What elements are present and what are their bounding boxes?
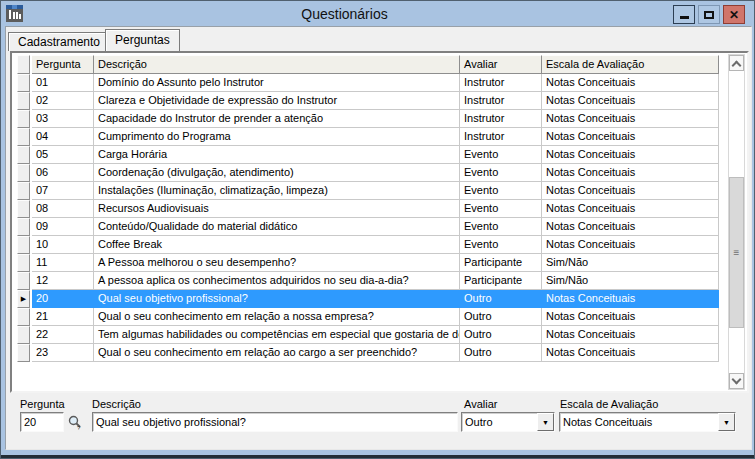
grid-cell[interactable]: Tem algumas habilidades ou competências …: [94, 326, 460, 344]
row-selector-cell[interactable]: [17, 254, 30, 272]
grid-cell[interactable]: Evento: [460, 200, 542, 218]
grid-cell[interactable]: Domínio do Assunto pelo Instrutor: [94, 74, 460, 92]
table-row[interactable]: 05Carga HoráriaEventoNotas Conceituais: [17, 146, 726, 164]
grid-cell[interactable]: Notas Conceituais: [542, 92, 719, 110]
grid-cell[interactable]: Instrutor: [460, 92, 542, 110]
grid-cell[interactable]: Sim/Não: [542, 254, 719, 272]
grid-cell[interactable]: Qual o seu conhecimento em relação ao ca…: [94, 344, 460, 362]
table-row[interactable]: 21Qual o seu conhecimento em relação a n…: [17, 308, 726, 326]
lookup-button[interactable]: ?: [66, 414, 83, 431]
grid-cell[interactable]: 04: [32, 128, 94, 146]
table-row[interactable]: 10Coffee BreakEventoNotas Conceituais: [17, 236, 726, 254]
table-row[interactable]: 03Capacidade do Instrutor de prender a a…: [17, 110, 726, 128]
grid-cell[interactable]: Notas Conceituais: [542, 218, 719, 236]
row-selector-cell[interactable]: [17, 74, 30, 92]
escala-dropdown-button[interactable]: ▼: [718, 413, 735, 431]
row-selector-cell[interactable]: [17, 236, 30, 254]
grid-cell[interactable]: Outro: [460, 290, 542, 308]
row-selector-cell[interactable]: [17, 164, 30, 182]
grid-cell[interactable]: Notas Conceituais: [542, 290, 719, 308]
avaliar-dropdown-button[interactable]: ▼: [537, 413, 554, 431]
descricao-input[interactable]: [92, 412, 458, 432]
avaliar-select[interactable]: Outro ▼: [461, 412, 555, 432]
table-row[interactable]: 22Tem algumas habilidades ou competência…: [17, 326, 726, 344]
grid-cell[interactable]: 11: [32, 254, 94, 272]
grid-cell[interactable]: Evento: [460, 182, 542, 200]
grid-cell[interactable]: Instrutor: [460, 128, 542, 146]
scrollbar-down-button[interactable]: [729, 373, 744, 389]
table-row[interactable]: 11A Pessoa melhorou o seu desempenho?Par…: [17, 254, 726, 272]
grid-cell[interactable]: Notas Conceituais: [542, 128, 719, 146]
grid-cell[interactable]: Cumprimento do Programa: [94, 128, 460, 146]
grid-cell[interactable]: 08: [32, 200, 94, 218]
column-header-escala[interactable]: Escala de Avaliação: [542, 55, 719, 74]
grid-cell[interactable]: Instrutor: [460, 110, 542, 128]
grid-cell[interactable]: Notas Conceituais: [542, 236, 719, 254]
table-row[interactable]: 08Recursos AudiovisuaisEventoNotas Conce…: [17, 200, 726, 218]
row-selector-cell[interactable]: [17, 110, 30, 128]
grid-cell[interactable]: Notas Conceituais: [542, 146, 719, 164]
scrollbar-thumb[interactable]: ≡: [729, 177, 744, 328]
grid-cell[interactable]: Outro: [460, 326, 542, 344]
grid-cell[interactable]: Notas Conceituais: [542, 344, 719, 362]
pergunta-input[interactable]: [20, 412, 64, 432]
tab-cadastramento[interactable]: Cadastramento: [8, 32, 110, 51]
grid-cell[interactable]: Conteúdo/Qualidade do material didático: [94, 218, 460, 236]
table-row[interactable]: ▶20Qual seu objetivo profissional?OutroN…: [17, 290, 726, 308]
table-row[interactable]: 06Coordenação (divulgação, atendimento)E…: [17, 164, 726, 182]
grid-cell[interactable]: 07: [32, 182, 94, 200]
row-selector-cell[interactable]: [17, 218, 30, 236]
grid-cell[interactable]: Recursos Audiovisuais: [94, 200, 460, 218]
row-selector-cell[interactable]: [17, 326, 30, 344]
grid-cell[interactable]: Participante: [460, 254, 542, 272]
grid-cell[interactable]: Evento: [460, 164, 542, 182]
grid-cell[interactable]: Instalações (Iluminação, climatização, l…: [94, 182, 460, 200]
grid-cell[interactable]: 01: [32, 74, 94, 92]
grid-cell[interactable]: Notas Conceituais: [542, 182, 719, 200]
grid-cell[interactable]: 06: [32, 164, 94, 182]
row-selector-cell[interactable]: [17, 92, 30, 110]
grid-cell[interactable]: 02: [32, 92, 94, 110]
grid-cell[interactable]: 05: [32, 146, 94, 164]
grid-cell[interactable]: Carga Horária: [94, 146, 460, 164]
grid-cell[interactable]: Evento: [460, 236, 542, 254]
grid-cell[interactable]: Evento: [460, 218, 542, 236]
grid-cell[interactable]: A pessoa aplica os conhecimentos adquiri…: [94, 272, 460, 290]
grid-cell[interactable]: 12: [32, 272, 94, 290]
title-bar[interactable]: Questionários ✕: [1, 1, 754, 26]
table-row[interactable]: 09Conteúdo/Qualidade do material didátic…: [17, 218, 726, 236]
row-selector-cell[interactable]: [17, 308, 30, 326]
grid-cell[interactable]: Coffee Break: [94, 236, 460, 254]
row-selector-cell[interactable]: [17, 272, 30, 290]
grid-cell[interactable]: 22: [32, 326, 94, 344]
table-row[interactable]: 02Clareza e Objetividade de expressão do…: [17, 92, 726, 110]
column-header-avaliar[interactable]: Avaliar: [460, 55, 542, 74]
table-row[interactable]: 23Qual o seu conhecimento em relação ao …: [17, 344, 726, 362]
column-header-pergunta[interactable]: Pergunta: [32, 55, 94, 74]
row-selector-cell[interactable]: [17, 344, 30, 362]
grid-cell[interactable]: 10: [32, 236, 94, 254]
grid-cell[interactable]: Outro: [460, 308, 542, 326]
grid-cell[interactable]: Notas Conceituais: [542, 326, 719, 344]
row-selector-cell[interactable]: [17, 182, 30, 200]
grid-cell[interactable]: Evento: [460, 146, 542, 164]
grid-cell[interactable]: Notas Conceituais: [542, 308, 719, 326]
minimize-button[interactable]: [673, 5, 695, 24]
grid-cell[interactable]: Outro: [460, 344, 542, 362]
grid-cell[interactable]: Clareza e Objetividade de expressão do I…: [94, 92, 460, 110]
grid-cell[interactable]: 21: [32, 308, 94, 326]
grid-cell[interactable]: A Pessoa melhorou o seu desempenho?: [94, 254, 460, 272]
table-row[interactable]: 07Instalações (Iluminação, climatização,…: [17, 182, 726, 200]
escala-select[interactable]: Notas Conceituais ▼: [559, 412, 736, 432]
table-row[interactable]: 12A pessoa aplica os conhecimentos adqui…: [17, 272, 726, 290]
grid-cell[interactable]: Participante: [460, 272, 542, 290]
grid-cell[interactable]: Notas Conceituais: [542, 110, 719, 128]
grid-cell[interactable]: 09: [32, 218, 94, 236]
grid-cell[interactable]: Sim/Não: [542, 272, 719, 290]
grid-cell[interactable]: Coordenação (divulgação, atendimento): [94, 164, 460, 182]
grid-cell[interactable]: 03: [32, 110, 94, 128]
grid-cell[interactable]: 23: [32, 344, 94, 362]
row-selector-cell[interactable]: [17, 200, 30, 218]
grid-cell[interactable]: Qual o seu conhecimento em relação a nos…: [94, 308, 460, 326]
table-row[interactable]: 01Domínio do Assunto pelo InstrutorInstr…: [17, 74, 726, 92]
